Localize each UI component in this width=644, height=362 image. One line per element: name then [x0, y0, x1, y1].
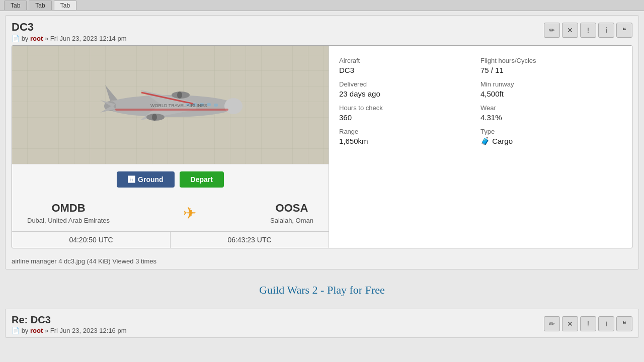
post-actions: ✏ ✕ ! i ❝ [544, 23, 632, 38]
type-value: 🧳 Cargo [480, 137, 622, 146]
reply-report-button[interactable]: ! [580, 316, 596, 331]
svg-rect-16 [214, 104, 218, 107]
svg-point-11 [177, 92, 182, 99]
min-runway-section: Min runway 4,500ft [480, 77, 622, 101]
post-timestamp: Fri Jun 23, 2023 12:14 pm [50, 35, 127, 42]
flight-card-left: WORLD TRAVEL AIRLINES 🅰 Ground Depart [12, 46, 329, 248]
dest-code: OOSA [270, 202, 313, 215]
reply-info-button[interactable]: i [598, 316, 614, 331]
edit-button[interactable]: ✏ [544, 23, 560, 38]
file-icon: 📄 [12, 35, 20, 42]
nav-tab-1[interactable]: Tab [4, 1, 27, 10]
range-value: 1,650km [339, 137, 480, 145]
hours-check-section: Hours to check 360 [339, 101, 480, 125]
reply-arrow-label: » [45, 327, 48, 334]
range-label: Range [339, 128, 480, 135]
post-header-left: DC3 📄 by root » Fri Jun 23, 2023 12:14 p… [12, 21, 127, 42]
delivered-section: Delivered 23 days ago [339, 77, 480, 101]
reply-close-button[interactable]: ✕ [562, 316, 578, 331]
post-meta: 📄 by root » Fri Jun 23, 2023 12:14 pm [12, 35, 127, 42]
reply-meta: 📄 by root » Fri Jun 23, 2023 12:16 pm [12, 327, 127, 334]
flight-card: WORLD TRAVEL AIRLINES 🅰 Ground Depart [12, 45, 632, 248]
reply-quote-button[interactable]: ❝ [616, 316, 632, 331]
aircraft-label-section: Aircraft DC3 [339, 54, 480, 77]
reply-author[interactable]: root [30, 327, 43, 334]
top-nav: Tab Tab Tab [0, 0, 644, 11]
origin-code: OMDB [27, 202, 110, 215]
reply-header-left: Re: DC3 📄 by root » Fri Jun 23, 2023 12:… [12, 314, 127, 334]
aircraft-label: Aircraft [339, 57, 480, 64]
reply-timestamp: Fri Jun 23, 2023 12:16 pm [50, 327, 127, 334]
type-section: Type 🧳 Cargo [480, 125, 622, 149]
arrive-time: 06:43:23 UTC [171, 232, 329, 248]
min-runway-value: 4,500ft [480, 89, 622, 98]
svg-marker-3 [105, 85, 118, 101]
cargo-icon: 🧳 [480, 137, 490, 145]
dest-airport: OOSA Salalah, Oman [270, 202, 313, 224]
ground-icon: 🅰 [128, 175, 135, 184]
svg-point-9 [152, 114, 157, 121]
delivered-value: 23 days ago [339, 89, 480, 98]
svg-point-1 [224, 98, 243, 114]
reply-container: Re: DC3 📄 by root » Fri Jun 23, 2023 12:… [5, 309, 639, 338]
reply-file-icon: 📄 [12, 327, 20, 334]
depart-button[interactable]: Depart [180, 171, 224, 188]
wear-value: 4.31% [480, 113, 622, 122]
route-info: OMDB Dubai, United Arab Emirates ✈ OOSA … [12, 195, 329, 227]
route-arrow-icon: ✈ [183, 204, 197, 223]
origin-airport: OMDB Dubai, United Arab Emirates [27, 202, 110, 224]
ad-link[interactable]: Guild Wars 2 - Play for Free [259, 284, 385, 296]
ad-banner: Guild Wars 2 - Play for Free [0, 274, 644, 307]
flight-hours-value: 75 / 11 [480, 66, 622, 74]
post-author[interactable]: root [30, 35, 43, 42]
post-title: DC3 [12, 21, 127, 34]
flight-image-area: WORLD TRAVEL AIRLINES [12, 46, 329, 164]
aircraft-value: DC3 [339, 66, 480, 74]
flight-card-right: Aircraft DC3 Flight hours/Cycles 75 / 11… [329, 46, 632, 248]
page-wrapper: Tab Tab Tab DC3 📄 by root » Fri Jun 23, … [0, 0, 644, 362]
reply-edit-button[interactable]: ✏ [544, 316, 560, 331]
min-runway-label: Min runway [480, 80, 622, 88]
post-header: DC3 📄 by root » Fri Jun 23, 2023 12:14 p… [6, 16, 638, 45]
svg-text:WORLD TRAVEL AIRLINES: WORLD TRAVEL AIRLINES [150, 103, 207, 108]
wear-section: Wear 4.31% [480, 101, 622, 125]
info-grid: Aircraft DC3 Flight hours/Cycles 75 / 11… [339, 54, 622, 149]
nav-tab-3[interactable]: Tab [54, 1, 76, 10]
range-section: Range 1,650km [339, 125, 480, 149]
flight-hours-label: Flight hours/Cycles [480, 57, 622, 64]
wear-label: Wear [480, 104, 622, 112]
nav-tab-2[interactable]: Tab [29, 1, 51, 10]
airplane-image: WORLD TRAVEL AIRLINES [80, 65, 261, 145]
delivered-label: Delivered [339, 80, 480, 88]
report-button[interactable]: ! [580, 23, 596, 38]
ground-button[interactable]: 🅰 Ground [117, 171, 175, 188]
info-button[interactable]: i [598, 23, 614, 38]
arrow-label: » [45, 35, 48, 42]
post-container: DC3 📄 by root » Fri Jun 23, 2023 12:14 p… [5, 15, 639, 269]
route-times: 04:20:50 UTC 06:43:23 UTC [12, 231, 329, 248]
type-text: Cargo [492, 137, 513, 145]
dest-city: Salalah, Oman [270, 217, 313, 224]
svg-rect-15 [207, 103, 211, 106]
reply-actions: ✏ ✕ ! i ❝ [544, 316, 632, 331]
depart-label: Depart [191, 175, 213, 184]
depart-time: 04:20:50 UTC [12, 232, 171, 248]
origin-city: Dubai, United Arab Emirates [27, 217, 110, 224]
type-label: Type [480, 128, 622, 135]
reply-title: Re: DC3 [12, 314, 127, 326]
image-caption: airline manager 4 dc3.jpg (44 KiB) Viewe… [6, 253, 638, 269]
hours-check-label: Hours to check [339, 104, 480, 112]
ground-label: Ground [138, 175, 164, 184]
reply-header: Re: DC3 📄 by root » Fri Jun 23, 2023 12:… [6, 309, 638, 337]
hours-check-value: 360 [339, 113, 480, 122]
quote-button[interactable]: ❝ [616, 23, 632, 38]
flight-hours-section: Flight hours/Cycles 75 / 11 [480, 54, 622, 77]
close-button[interactable]: ✕ [562, 23, 578, 38]
flight-buttons: 🅰 Ground Depart [12, 164, 329, 195]
reply-by-label: by [22, 327, 29, 334]
by-label: by [22, 35, 29, 42]
svg-rect-17 [115, 109, 228, 111]
